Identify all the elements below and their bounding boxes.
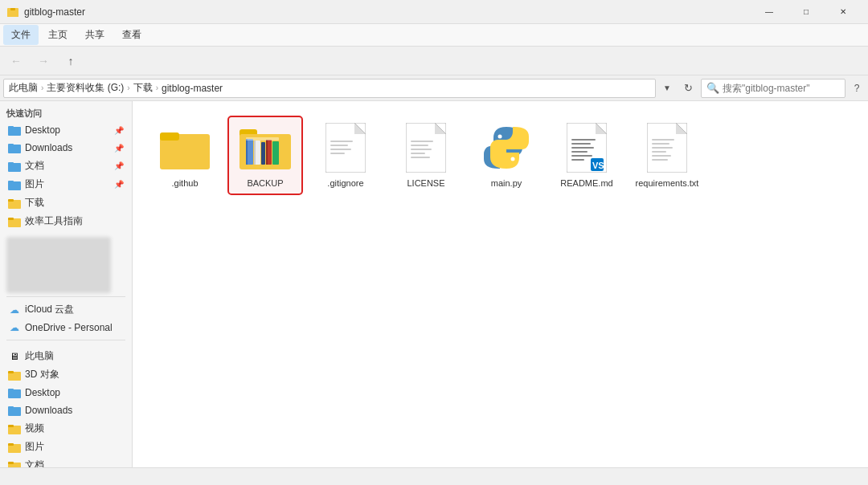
sidebar-item-label: 3D 对象	[25, 368, 59, 381]
file-name-mainpy: main.py	[491, 177, 522, 189]
sidebar-item-downloads-quick[interactable]: Downloads 📌	[2, 139, 130, 157]
file-item-readme[interactable]: VS README.md	[551, 117, 623, 194]
this-pc-section: 🖥 此电脑 3D 对象 Desktop Downloads	[0, 344, 132, 467]
sidebar-item-desktop-pc[interactable]: Desktop	[2, 384, 130, 401]
sidebar-item-videos[interactable]: 视频	[2, 419, 130, 438]
file-name-gitignore: .gitignore	[327, 177, 363, 189]
svg-rect-74	[652, 143, 669, 145]
sidebar-item-desktop-quick[interactable]: Desktop 📌	[2, 121, 130, 139]
breadcrumb-downloads[interactable]: 下载	[133, 81, 153, 95]
menu-view[interactable]: 查看	[114, 25, 149, 45]
svg-rect-62	[571, 139, 596, 141]
svg-rect-18	[8, 389, 14, 391]
sidebar-item-label: 效率工具指南	[25, 214, 83, 228]
sidebar-item-label: 文档	[25, 459, 44, 467]
refresh-button[interactable]: ↻	[678, 79, 698, 98]
folder-blue-icon	[8, 141, 21, 154]
menu-share[interactable]: 共享	[77, 25, 113, 45]
pin-icon: 📌	[114, 126, 124, 135]
sidebar-item-pictures-quick[interactable]: 图片 📌	[2, 175, 130, 194]
sidebar-item-label: iCloud 云盘	[25, 303, 74, 316]
menu-home[interactable]: 主页	[40, 25, 76, 45]
address-bar: 此电脑 › 主要资料收集 (G:) › 下载 › gitblog-master …	[0, 75, 868, 101]
sidebar-item-label: 文档	[25, 159, 44, 173]
svg-rect-78	[652, 159, 668, 161]
breadcrumb-current: gitblog-master	[162, 83, 223, 94]
sidebar-item-tools[interactable]: 效率工具指南	[2, 212, 130, 230]
file-item-requirements[interactable]: requirements.txt	[631, 117, 703, 194]
cloud-icon: ☁	[8, 304, 21, 316]
svg-rect-26	[8, 462, 14, 464]
folder-yellow-icon	[8, 197, 21, 210]
svg-rect-37	[266, 140, 268, 165]
svg-point-58	[511, 157, 515, 161]
maximize-button[interactable]: □	[788, 0, 825, 24]
title-bar-left: gitblog-master	[6, 6, 85, 18]
sidebar-item-label: 图片	[25, 177, 44, 191]
svg-rect-75	[652, 147, 673, 149]
file-item-license[interactable]: LICENSE	[390, 117, 462, 194]
search-input[interactable]	[723, 83, 840, 94]
file-name-github: .github	[171, 177, 198, 189]
search-box: 🔍	[701, 79, 845, 98]
file-item-gitignore[interactable]: .gitignore	[309, 117, 382, 194]
sidebar-item-label: Desktop	[25, 124, 60, 136]
svg-point-57	[498, 135, 502, 139]
minimize-button[interactable]: —	[751, 0, 788, 24]
svg-rect-32	[246, 139, 248, 165]
svg-rect-38	[272, 141, 279, 165]
sidebar-item-label: 图片	[25, 440, 44, 454]
breadcrumb-drive[interactable]: 主要资料收集 (G:)	[47, 81, 124, 95]
svg-rect-52	[411, 141, 433, 142]
help-button[interactable]: ?	[849, 79, 865, 98]
svg-rect-8	[8, 162, 14, 165]
svg-rect-55	[411, 153, 425, 154]
file-name-readme: README.md	[560, 177, 612, 189]
sidebar-item-downloads-pc[interactable]: Downloads	[2, 401, 130, 419]
file-name-license: LICENSE	[407, 177, 444, 189]
breadcrumb-area[interactable]: 此电脑 › 主要资料收集 (G:) › 下载 › gitblog-master	[3, 79, 656, 98]
file-icon-readme: VS	[561, 122, 612, 173]
title-bar-title: gitblog-master	[24, 6, 85, 18]
file-name-backup: BACKUP	[247, 177, 283, 189]
menu-file[interactable]: 文件	[3, 25, 39, 45]
file-area: .github	[133, 101, 868, 467]
forward-button[interactable]: →	[31, 50, 56, 72]
divider	[6, 340, 125, 340]
cloud-icon: ☁	[8, 321, 21, 334]
folder-video-icon	[8, 422, 21, 435]
svg-rect-65	[571, 151, 588, 153]
up-button[interactable]: ↑	[58, 50, 84, 72]
sidebar-item-label: 此电脑	[25, 349, 54, 363]
title-bar-controls: — □ ✕	[751, 0, 862, 24]
sidebar-item-onedrive[interactable]: ☁ OneDrive - Personal	[2, 319, 130, 336]
svg-rect-73	[652, 139, 674, 141]
address-dropdown-button[interactable]: ▼	[659, 79, 675, 98]
svg-rect-46	[330, 145, 348, 146]
file-item-backup[interactable]: BACKUP	[229, 117, 301, 194]
sidebar-item-download-yellow[interactable]: 下载	[2, 194, 130, 212]
svg-rect-77	[652, 155, 671, 157]
divider	[6, 296, 125, 297]
sidebar-item-docs-quick[interactable]: 文档 📌	[2, 157, 130, 175]
file-item-github[interactable]: .github	[149, 117, 221, 194]
breadcrumb-pc[interactable]: 此电脑	[9, 81, 38, 95]
file-item-mainpy[interactable]: main.py	[470, 117, 542, 194]
folder-icon-backup	[240, 122, 291, 173]
sidebar-item-thispc[interactable]: 🖥 此电脑	[2, 347, 130, 365]
close-button[interactable]: ✕	[825, 0, 862, 24]
svg-rect-24	[8, 443, 14, 446]
main-content: 快速访问 Desktop 📌 Downloads 📌 文档	[0, 101, 868, 467]
address-right: ▼ ↻ 🔍 ?	[659, 79, 865, 98]
sidebar-item-docs-pc[interactable]: 文档	[2, 456, 130, 467]
sidebar-item-3dobjects[interactable]: 3D 对象	[2, 365, 130, 384]
search-icon: 🔍	[706, 82, 719, 94]
svg-rect-16	[8, 371, 14, 373]
sidebar-item-icloud[interactable]: ☁ iCloud 云盘	[2, 300, 130, 319]
back-button[interactable]: ←	[3, 50, 29, 72]
svg-rect-39	[246, 137, 279, 141]
sidebar-item-pictures-pc[interactable]: 图片	[2, 438, 130, 456]
svg-rect-22	[8, 425, 14, 427]
sidebar-item-label: OneDrive - Personal	[25, 322, 113, 333]
title-bar: gitblog-master — □ ✕	[0, 0, 868, 24]
